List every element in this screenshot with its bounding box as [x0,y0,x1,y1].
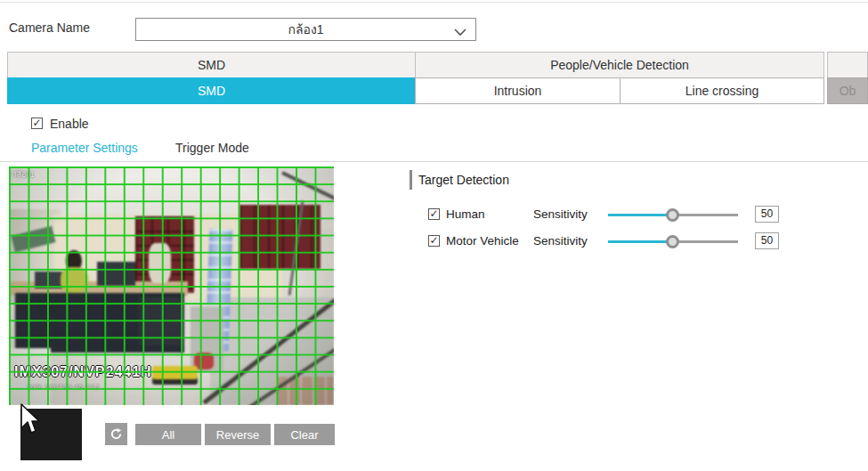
motor-vehicle-detection-row: ✓ Motor Vehicle Sensitivity 50 [428,232,802,248]
human-sensitivity-label: Sensitivity [533,207,608,221]
tab-parameter-settings[interactable]: Parameter Settings [31,141,138,155]
human-label: Human [446,207,533,221]
motor-vehicle-slider-thumb[interactable] [666,235,679,248]
video-preview[interactable]: กล้อง1 IMX307/NVP2441H 30% 3/9/439-45-F4… [9,166,334,405]
motor-vehicle-label: Motor Vehicle [446,234,533,248]
tab-people-vehicle-detection-group[interactable]: People/Vehicle Detection [415,52,824,78]
smd-settings-page: Camera Name กล้อง1 SMD People/Vehicle De… [0,0,868,471]
top-divider [0,2,868,3]
motor-vehicle-sensitivity-slider[interactable] [608,234,738,248]
human-detection-row: ✓ Human Sensitivity 50 [428,206,802,222]
detection-grid-overlay[interactable] [9,166,334,405]
clear-button[interactable]: Clear [274,424,335,445]
human-checkbox[interactable]: ✓ [428,208,440,220]
human-slider-thumb[interactable] [666,208,679,222]
enable-label: Enable [50,117,89,131]
mouse-cursor [20,403,41,437]
target-detection-accent-bar [410,170,412,190]
tab-line-crossing[interactable]: Line crossing [620,77,824,104]
camera-name-label: Camera Name [9,20,90,35]
tab-smd-group-label: SMD [198,58,225,72]
tab-line-crossing-label: Line crossing [685,84,759,98]
camera-select-dropdown[interactable]: กล้อง1 [135,18,476,41]
reverse-button[interactable]: Reverse [205,424,271,445]
tab-trigger-mode[interactable]: Trigger Mode [175,141,249,155]
motor-vehicle-checkbox[interactable]: ✓ [428,235,440,247]
tab-cutoff-group[interactable] [827,52,868,78]
human-sensitivity-value[interactable]: 50 [755,206,779,223]
tab-intrusion[interactable]: Intrusion [415,77,621,104]
enable-checkbox[interactable]: ✓ [31,118,43,129]
human-sensitivity-slider[interactable] [608,207,738,222]
camera-select-value: กล้อง1 [288,20,323,39]
motor-vehicle-sensitivity-label: Sensitivity [533,234,608,248]
tab-intrusion-label: Intrusion [494,84,542,98]
chevron-down-icon [454,25,466,39]
tab-smd[interactable]: SMD [7,77,416,104]
motor-vehicle-sensitivity-value[interactable]: 50 [755,232,779,249]
section-divider [0,161,868,162]
refresh-icon [110,427,123,441]
refresh-button[interactable] [105,423,127,445]
tab-people-vehicle-label: People/Vehicle Detection [550,58,689,72]
tab-smd-group[interactable]: SMD [7,52,416,78]
target-detection-title: Target Detection [418,173,509,187]
tab-object-cutoff-label: Ob [840,84,856,98]
tab-smd-label: SMD [198,84,225,98]
tab-object-cutoff[interactable]: Ob [827,77,868,104]
all-button[interactable]: All [135,424,201,445]
